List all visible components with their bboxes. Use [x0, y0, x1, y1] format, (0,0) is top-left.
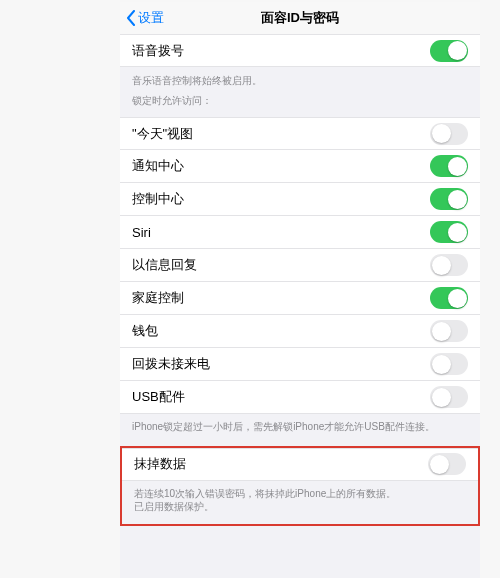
row-today-view: "今天"视图	[120, 117, 480, 150]
toggle-reply-with-message[interactable]	[430, 254, 468, 276]
section2-footer: iPhone锁定超过一小时后，需先解锁iPhone才能允许USB配件连接。	[120, 414, 480, 444]
row-label: 语音拨号	[132, 42, 184, 60]
row-control-center: 控制中心	[120, 183, 480, 216]
toggle-wallet[interactable]	[430, 320, 468, 342]
row-wallet: 钱包	[120, 315, 480, 348]
row-label: "今天"视图	[132, 125, 193, 143]
toggle-voice-dial[interactable]	[430, 40, 468, 62]
chevron-left-icon	[126, 10, 136, 26]
footer-text: 已启用数据保护。	[134, 501, 214, 512]
row-home-control: 家庭控制	[120, 282, 480, 315]
toggle-control-center[interactable]	[430, 188, 468, 210]
row-notification-center: 通知中心	[120, 150, 480, 183]
row-reply-with-message: 以信息回复	[120, 249, 480, 282]
toggle-home-control[interactable]	[430, 287, 468, 309]
toggle-siri[interactable]	[430, 221, 468, 243]
row-voice-dial: 语音拨号	[120, 34, 480, 67]
row-label: Siri	[132, 225, 151, 240]
row-siri: Siri	[120, 216, 480, 249]
row-label: 回拨未接来电	[132, 355, 210, 373]
row-return-missed-calls: 回拨未接来电	[120, 348, 480, 381]
erase-data-highlight: 抹掉数据 若连续10次输入错误密码，将抹掉此iPhone上的所有数据。 已启用数…	[120, 446, 480, 526]
row-label: USB配件	[132, 388, 185, 406]
toggle-return-missed-calls[interactable]	[430, 353, 468, 375]
toggle-notification-center[interactable]	[430, 155, 468, 177]
footer-text: 锁定时允许访问：	[132, 94, 468, 108]
section1-footer: 音乐语音控制将始终被启用。 锁定时允许访问：	[120, 67, 480, 117]
back-label: 设置	[138, 9, 164, 27]
row-erase-data: 抹掉数据	[122, 448, 478, 481]
back-button[interactable]: 设置	[126, 9, 164, 27]
footer-text: 若连续10次输入错误密码，将抹掉此iPhone上的所有数据。	[134, 488, 396, 499]
row-label: 以信息回复	[132, 256, 197, 274]
row-label: 家庭控制	[132, 289, 184, 307]
toggle-usb-accessories[interactable]	[430, 386, 468, 408]
page-title: 面容ID与密码	[120, 9, 480, 27]
toggle-today-view[interactable]	[430, 123, 468, 145]
row-label: 钱包	[132, 322, 158, 340]
toggle-erase-data[interactable]	[428, 453, 466, 475]
row-label: 通知中心	[132, 157, 184, 175]
section3-footer: 若连续10次输入错误密码，将抹掉此iPhone上的所有数据。 已启用数据保护。	[122, 481, 478, 524]
row-usb-accessories: USB配件	[120, 381, 480, 414]
footer-text: 音乐语音控制将始终被启用。	[132, 74, 468, 88]
row-label: 抹掉数据	[134, 455, 186, 473]
navbar: 设置 面容ID与密码	[120, 2, 480, 34]
row-label: 控制中心	[132, 190, 184, 208]
